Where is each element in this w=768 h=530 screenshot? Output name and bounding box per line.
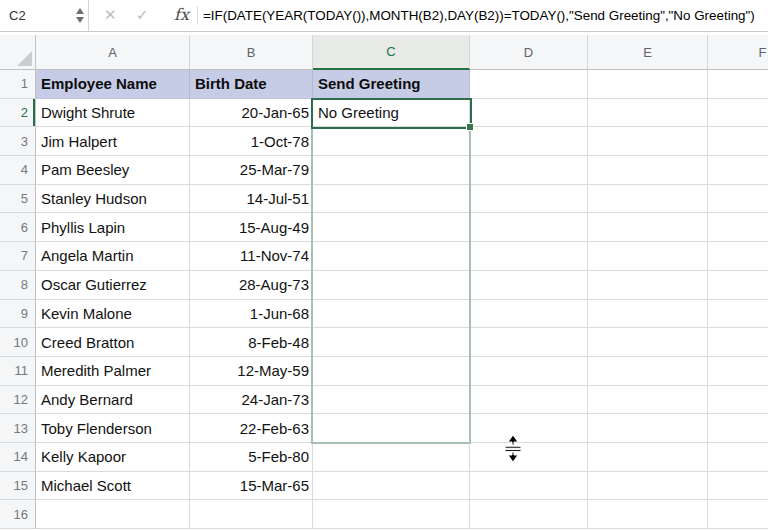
cell-empty[interactable] bbox=[588, 99, 708, 128]
cancel-icon[interactable]: ✕ bbox=[104, 6, 117, 24]
cell-greeting[interactable] bbox=[313, 386, 470, 415]
column-header-A[interactable]: A bbox=[36, 35, 190, 70]
cell-empty[interactable] bbox=[708, 271, 768, 300]
cell-empty[interactable] bbox=[588, 443, 708, 472]
cell-empty[interactable] bbox=[708, 99, 768, 128]
cell-greeting[interactable] bbox=[313, 500, 470, 529]
row-number[interactable]: 11 bbox=[0, 357, 36, 386]
row-number[interactable]: 6 bbox=[0, 213, 36, 242]
column-header-B[interactable]: B bbox=[190, 35, 313, 70]
cell-empty[interactable] bbox=[588, 357, 708, 386]
cell-empty[interactable] bbox=[588, 185, 708, 214]
cell-employee-name[interactable]: Kelly Kapoor bbox=[36, 443, 190, 472]
row-number[interactable]: 3 bbox=[0, 127, 36, 156]
cell-empty[interactable] bbox=[708, 328, 768, 357]
cell-empty[interactable] bbox=[708, 70, 768, 99]
cell-birth-date[interactable]: 22-Feb-63 bbox=[190, 414, 313, 443]
cell-empty[interactable] bbox=[588, 414, 708, 443]
column-header-C[interactable]: C bbox=[313, 35, 470, 70]
row-number[interactable]: 10 bbox=[0, 328, 36, 357]
cell-greeting[interactable] bbox=[313, 443, 470, 472]
cell-birth-date[interactable]: 11-Nov-74 bbox=[190, 242, 313, 271]
stepper-down-icon[interactable] bbox=[76, 17, 84, 23]
cell-empty[interactable] bbox=[708, 185, 768, 214]
cell-empty[interactable] bbox=[588, 127, 708, 156]
cell-greeting[interactable]: No Greeting bbox=[313, 99, 470, 128]
column-header-D[interactable]: D bbox=[470, 35, 588, 70]
cell-employee-name[interactable]: Michael Scott bbox=[36, 472, 190, 501]
cell-employee-name[interactable]: Andy Bernard bbox=[36, 386, 190, 415]
cell-empty[interactable] bbox=[708, 357, 768, 386]
cell-empty[interactable] bbox=[708, 386, 768, 415]
cell-empty[interactable] bbox=[588, 386, 708, 415]
row-number[interactable]: 8 bbox=[0, 271, 36, 300]
cell-birth-date[interactable] bbox=[190, 500, 313, 529]
cell-birth-date[interactable]: 5-Feb-80 bbox=[190, 443, 313, 472]
cell-greeting[interactable] bbox=[313, 414, 470, 443]
cell-employee-name[interactable]: Dwight Shrute bbox=[36, 99, 190, 128]
cell-birth-date[interactable]: 15-Aug-49 bbox=[190, 213, 313, 242]
cell-empty[interactable] bbox=[470, 328, 588, 357]
header-cell-send-greeting[interactable]: Send Greeting bbox=[313, 70, 470, 99]
cell-empty[interactable] bbox=[470, 500, 588, 529]
cell-greeting[interactable] bbox=[313, 213, 470, 242]
cell-greeting[interactable] bbox=[313, 271, 470, 300]
cell-greeting[interactable] bbox=[313, 242, 470, 271]
name-box[interactable]: C2 bbox=[9, 8, 26, 23]
row-number[interactable]: 9 bbox=[0, 300, 36, 329]
cell-birth-date[interactable]: 28-Aug-73 bbox=[190, 271, 313, 300]
cell-empty[interactable] bbox=[470, 213, 588, 242]
name-box-stepper[interactable] bbox=[74, 6, 86, 26]
cell-employee-name[interactable]: Pam Beesley bbox=[36, 156, 190, 185]
header-cell-employee-name[interactable]: Employee Name bbox=[36, 70, 190, 99]
cell-empty[interactable] bbox=[588, 242, 708, 271]
cell-empty[interactable] bbox=[588, 213, 708, 242]
cell-empty[interactable] bbox=[708, 213, 768, 242]
insert-function-icon[interactable]: fx bbox=[174, 5, 189, 24]
cell-greeting[interactable] bbox=[313, 472, 470, 501]
cell-empty[interactable] bbox=[470, 127, 588, 156]
cell-greeting[interactable] bbox=[313, 156, 470, 185]
cell-empty[interactable] bbox=[708, 127, 768, 156]
cell-empty[interactable] bbox=[588, 271, 708, 300]
cell-empty[interactable] bbox=[470, 443, 588, 472]
row-number[interactable]: 13 bbox=[0, 414, 36, 443]
fill-handle[interactable] bbox=[466, 123, 474, 131]
row-number[interactable]: 15 bbox=[0, 472, 36, 501]
cell-empty[interactable] bbox=[708, 443, 768, 472]
cell-employee-name[interactable]: Toby Flenderson bbox=[36, 414, 190, 443]
row-number[interactable]: 12 bbox=[0, 386, 36, 415]
cell-empty[interactable] bbox=[470, 472, 588, 501]
cell-empty[interactable] bbox=[470, 386, 588, 415]
column-header-F[interactable]: F bbox=[708, 35, 768, 70]
cell-birth-date[interactable]: 24-Jan-73 bbox=[190, 386, 313, 415]
cell-birth-date[interactable]: 12-May-59 bbox=[190, 357, 313, 386]
cell-employee-name[interactable]: Jim Halpert bbox=[36, 127, 190, 156]
cell-empty[interactable] bbox=[588, 156, 708, 185]
cell-empty[interactable] bbox=[470, 357, 588, 386]
row-number[interactable]: 5 bbox=[0, 185, 36, 214]
cell-employee-name[interactable]: Meredith Palmer bbox=[36, 357, 190, 386]
cell-empty[interactable] bbox=[708, 156, 768, 185]
cell-employee-name[interactable]: Kevin Malone bbox=[36, 300, 190, 329]
select-all-button[interactable] bbox=[0, 35, 36, 70]
cell-birth-date[interactable]: 8-Feb-48 bbox=[190, 328, 313, 357]
cell-employee-name[interactable]: Angela Martin bbox=[36, 242, 190, 271]
stepper-up-icon[interactable] bbox=[76, 8, 84, 14]
cell-empty[interactable] bbox=[588, 472, 708, 501]
cell-empty[interactable] bbox=[470, 414, 588, 443]
cell-birth-date[interactable]: 14-Jul-51 bbox=[190, 185, 313, 214]
cell-employee-name[interactable]: Phyllis Lapin bbox=[36, 213, 190, 242]
cell-empty[interactable] bbox=[708, 414, 768, 443]
cell-greeting[interactable] bbox=[313, 127, 470, 156]
cell-employee-name[interactable] bbox=[36, 500, 190, 529]
cell-empty[interactable] bbox=[708, 500, 768, 529]
cell-employee-name[interactable]: Oscar Gutierrez bbox=[36, 271, 190, 300]
cell-greeting[interactable] bbox=[313, 185, 470, 214]
cell-birth-date[interactable]: 15-Mar-65 bbox=[190, 472, 313, 501]
cell-empty[interactable] bbox=[470, 300, 588, 329]
row-number[interactable]: 4 bbox=[0, 156, 36, 185]
column-header-E[interactable]: E bbox=[588, 35, 708, 70]
row-number[interactable]: 14 bbox=[0, 443, 36, 472]
row-number[interactable]: 16 bbox=[0, 500, 36, 529]
